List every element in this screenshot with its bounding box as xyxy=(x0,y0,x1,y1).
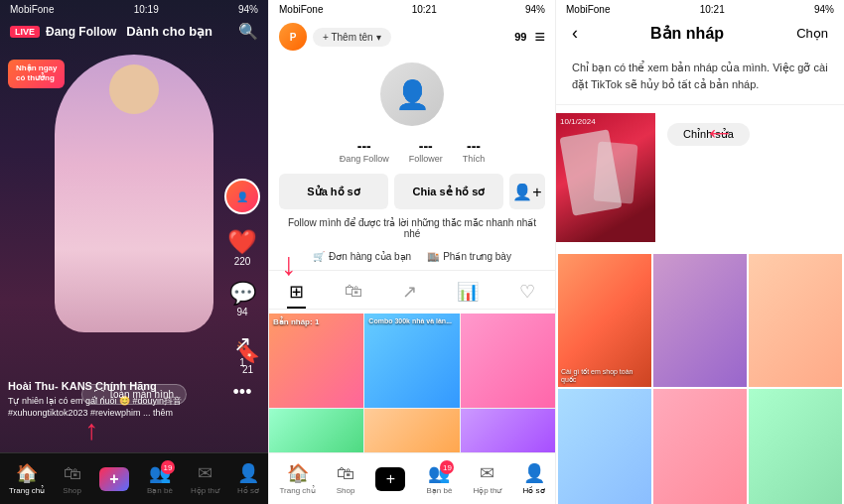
orders-button[interactable]: 🛒 Đơn hàng của bạn xyxy=(313,251,411,262)
grid-item-2[interactable]: Combo 300k nhà và làn... xyxy=(364,314,459,408)
feed-bottom-nav: 🏠 Trang chủ 🛍 Shop + 👥 19 Bạn bè ✉ Hộp t… xyxy=(0,452,268,504)
draft-grid-item-1[interactable]: Cài gì tốt em shop toàn quốc xyxy=(558,254,651,387)
nav-home[interactable]: 🏠 Trang chủ xyxy=(9,462,45,495)
profile-nav-icon: 👤 xyxy=(237,462,259,484)
showcase-icon: 🏬 xyxy=(427,251,439,262)
nav-friends[interactable]: 👥 19 Bạn bè xyxy=(147,462,173,495)
follow-dang-label[interactable]: Đang Follow xyxy=(46,25,116,39)
drafts-status-bar: MobiFone 10:21 94% xyxy=(556,0,844,19)
time-label: 10:19 xyxy=(134,4,159,15)
profile-avatar-section: 👤 xyxy=(269,55,555,130)
profile-top-icons: 99 ≡ xyxy=(514,27,545,48)
shop-label: Shop xyxy=(337,486,355,495)
drafts-time: 10:21 xyxy=(700,4,725,15)
profile-panel: MobiFone 10:21 94% P + Thêm tên ▾ 99 ≡ 👤… xyxy=(268,0,556,504)
share-button[interactable]: ↗ 1 xyxy=(233,331,251,368)
back-icon[interactable]: ‹ xyxy=(572,23,578,44)
shop-icon: 🛍 xyxy=(64,463,81,484)
home-label: Trang chủ xyxy=(280,486,316,495)
comment-button[interactable]: 💬 94 xyxy=(229,281,256,317)
profile-time: 10:21 xyxy=(412,4,437,15)
inbox-label: Hộp thư xyxy=(473,486,501,495)
person-silhouette xyxy=(55,55,213,332)
create-button[interactable]: + xyxy=(99,467,129,491)
red-arrow-indicator-profile: ↓ xyxy=(281,246,297,283)
inbox-label: Hộp thư xyxy=(191,486,219,495)
creator-avatar[interactable]: 👤 xyxy=(224,179,260,214)
draft-grid-item-4[interactable]: Nắn in lấy xyxy=(558,389,651,504)
nav-profile[interactable]: 👤 Hồ sơ xyxy=(237,462,259,495)
profile-p-icon: P xyxy=(279,23,307,51)
drafts-title: Bản nháp xyxy=(650,24,724,43)
draft-video-item: 10/1/2024 Chỉnh sửa xyxy=(556,113,844,242)
friends-badge: 19 xyxy=(440,460,454,474)
comment-count: 94 xyxy=(236,307,247,317)
red-arrow-indicator-feed: ↓ xyxy=(84,418,98,449)
carrier-label: MobiFone xyxy=(10,4,54,15)
nav-shop[interactable]: 🛍 Shop xyxy=(63,463,81,495)
profile-tabs: ⊞ 🛍 ↗ 📊 ♡ xyxy=(269,271,555,310)
draft-thumbnail[interactable]: 10/1/2024 xyxy=(556,113,655,242)
profile-nav-profile[interactable]: 👤 Hồ sơ xyxy=(523,462,545,495)
draft-grid-item-3[interactable] xyxy=(749,254,842,387)
grid-item-1[interactable]: Bản nháp: 1 xyxy=(269,314,363,408)
profile-icon: 👤 xyxy=(523,462,545,484)
edit-profile-button[interactable]: Sửa hồ sơ xyxy=(279,174,388,209)
fullscreen-icon: ⛶ xyxy=(94,389,104,400)
home-icon: 🏠 xyxy=(16,462,38,484)
tab-stats[interactable]: 📊 xyxy=(449,277,487,309)
nav-inbox[interactable]: ✉ Hộp thư xyxy=(191,462,219,495)
like-button[interactable]: ❤️ 220 xyxy=(227,228,257,267)
thumb-overlay xyxy=(556,113,655,242)
tab-liked[interactable]: ♡ xyxy=(511,277,543,309)
search-icon[interactable]: 🔍 xyxy=(238,22,258,41)
profile-bottom-nav: 🏠 Trang chủ 🛍 Shop + 👥 19 Bạn bè ✉ Hộp t… xyxy=(269,452,555,504)
profile-nav-shop[interactable]: 🛍 Shop xyxy=(337,463,355,495)
profile-nav-inbox[interactable]: ✉ Hộp thư xyxy=(473,462,501,495)
tab-reposts[interactable]: ↗ xyxy=(394,277,425,309)
shop-label: Shop xyxy=(63,486,81,495)
drafts-top-bar: ‹ Bản nháp Chọn xyxy=(556,19,844,48)
drafts-more-grid: Cài gì tốt em shop toàn quốc Nắn in lấy xyxy=(556,254,844,504)
share-count: 1 xyxy=(239,357,245,368)
following-stat: --- Đang Follow xyxy=(340,138,389,164)
create-button[interactable]: + xyxy=(375,467,405,491)
chevron-down-icon: ▾ xyxy=(376,32,381,43)
fullscreen-label: Toàn màn hình xyxy=(108,389,174,400)
showcase-label: Phần trưng bày xyxy=(443,251,511,262)
share-profile-button[interactable]: Chia sẻ hồ sơ xyxy=(394,174,503,209)
add-friend-icon: 👤+ xyxy=(512,183,541,201)
choose-button[interactable]: Chọn xyxy=(796,26,828,41)
share-icon: ↗ xyxy=(233,331,251,357)
draft-grid-item-6[interactable] xyxy=(749,389,842,504)
home-label: Trang chủ xyxy=(9,486,45,495)
tab-shop[interactable]: 🛍 xyxy=(337,277,370,309)
following-label: Đang Follow xyxy=(340,154,389,164)
profile-nav-home[interactable]: 🏠 Trang chủ xyxy=(280,462,316,495)
fullscreen-button[interactable]: ⛶ Toàn màn hình xyxy=(81,384,187,405)
add-name-button[interactable]: + Thêm tên ▾ xyxy=(313,28,391,47)
add-friend-button[interactable]: 👤+ xyxy=(509,174,545,209)
draft-label: Bản nháp: 1 xyxy=(273,317,319,326)
likes-label: Thích xyxy=(463,154,486,164)
more-button[interactable]: ••• xyxy=(233,382,252,403)
profile-bio: Follow mình để được trả lời những thắc m… xyxy=(269,215,555,247)
likes-stat: --- Thích xyxy=(463,138,486,164)
drafts-carrier: MobiFone xyxy=(566,4,610,15)
profile-nav-friends[interactable]: 👥 19 Bạn bè xyxy=(426,462,452,495)
menu-icon[interactable]: ≡ xyxy=(534,27,545,48)
showcase-button[interactable]: 🏬 Phần trưng bày xyxy=(427,251,511,262)
inbox-icon: ✉ xyxy=(198,462,212,484)
profile-label: Hồ sơ xyxy=(523,486,545,495)
draft-grid-item-5[interactable] xyxy=(653,389,747,504)
grid-item-3[interactable] xyxy=(461,314,555,408)
battery-label: 94% xyxy=(238,4,258,15)
following-count: --- xyxy=(357,138,371,154)
combo-label: Combo 300k nhà và làn... xyxy=(368,317,452,324)
profile-stats-row: --- Đang Follow --- Follower --- Thích xyxy=(269,130,555,168)
inbox-icon: ✉ xyxy=(480,462,494,484)
for-you-label[interactable]: Dành cho bạn xyxy=(126,24,212,39)
like-count: 220 xyxy=(234,256,251,267)
cart-icon: 🛒 xyxy=(313,251,325,262)
draft-grid-item-2[interactable] xyxy=(653,254,747,387)
